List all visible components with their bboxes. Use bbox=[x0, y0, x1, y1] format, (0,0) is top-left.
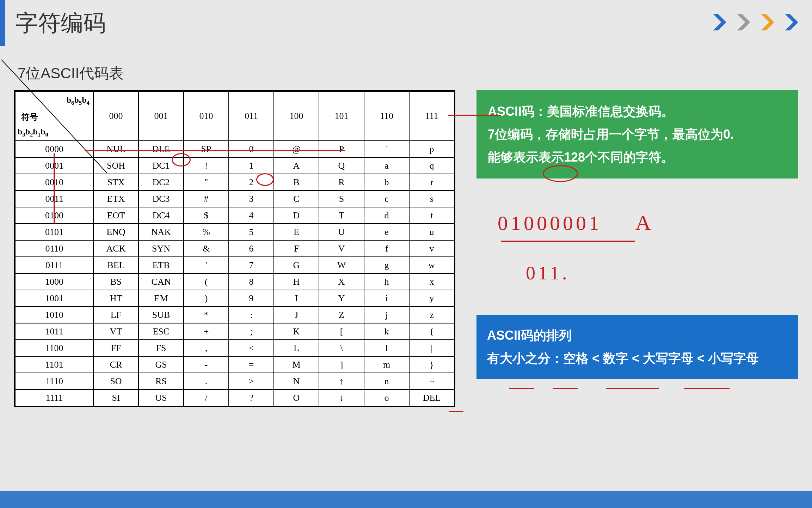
table-cell: u bbox=[409, 224, 454, 240]
table-row: 0111BELETB'7GWgw bbox=[15, 257, 454, 273]
chevron-group bbox=[710, 12, 801, 32]
handwritten-bits: 01000001 bbox=[498, 212, 602, 235]
table-cell: [ bbox=[319, 323, 364, 340]
annotation-underline bbox=[449, 411, 463, 412]
table-cell: o bbox=[364, 389, 409, 406]
table-row: 0101ENQNAK%5EUeu bbox=[15, 224, 454, 240]
table-cell: j bbox=[364, 307, 409, 323]
table-cell: d bbox=[364, 207, 409, 224]
table-cell: - bbox=[184, 356, 229, 373]
table-cell: q bbox=[409, 157, 454, 174]
table-cell: L bbox=[274, 340, 319, 356]
table-cell: " bbox=[184, 174, 229, 190]
table-cell: BS bbox=[93, 273, 139, 290]
corner-bot-label: b3b2b1b0 bbox=[18, 127, 48, 138]
table-cell: FF bbox=[93, 340, 139, 356]
col-header: 100 bbox=[274, 91, 319, 141]
table-cell: 9 bbox=[229, 290, 274, 307]
table-cell: H bbox=[274, 273, 319, 290]
handwritten-char: A bbox=[635, 203, 651, 243]
ascii-table-container: b6b5b4 符号 b3b2b1b0 000 001 010 011 100 1… bbox=[14, 90, 455, 407]
table-cell: a bbox=[364, 157, 409, 174]
table-row: 1111SIUS/?O↓oDEL bbox=[15, 389, 454, 406]
table-cell: NUL bbox=[93, 141, 139, 157]
table-cell: c bbox=[364, 190, 409, 207]
ascii-table: b6b5b4 符号 b3b2b1b0 000 001 010 011 100 1… bbox=[15, 91, 455, 406]
table-cell: N bbox=[274, 373, 319, 389]
corner-mid-label: 符号 bbox=[21, 111, 38, 123]
table-cell: NAK bbox=[139, 224, 184, 240]
table-cell: Y bbox=[319, 290, 364, 307]
table-cell: GS bbox=[139, 356, 184, 373]
table-cell: n bbox=[364, 373, 409, 389]
table-cell: ESC bbox=[139, 323, 184, 340]
table-cell: LF bbox=[93, 307, 139, 323]
table-row: 1110SORS.>N↑n~ bbox=[15, 373, 454, 389]
row-header: 1000 bbox=[15, 273, 93, 290]
table-cell: ! bbox=[184, 157, 229, 174]
table-cell: SUB bbox=[139, 307, 184, 323]
table-cell: r bbox=[409, 174, 454, 190]
table-cell: ETX bbox=[93, 190, 139, 207]
table-cell: DC4 bbox=[139, 207, 184, 224]
page-title: 字符编码 bbox=[16, 8, 106, 38]
row-header: 1010 bbox=[15, 307, 93, 323]
table-cell: t bbox=[409, 207, 454, 224]
table-cell: ; bbox=[229, 323, 274, 340]
table-cell: US bbox=[139, 389, 184, 406]
table-cell: 7 bbox=[229, 257, 274, 273]
table-row: 0001SOHDC1!1AQaq bbox=[15, 157, 454, 174]
table-cell: ~ bbox=[409, 373, 454, 389]
table-cell: EOT bbox=[93, 207, 139, 224]
table-cell: DEL bbox=[409, 389, 454, 406]
table-row: 0010STXDC2"2BRbr bbox=[15, 174, 454, 190]
table-cell: 1 bbox=[229, 157, 274, 174]
table-row: 1100FFFS,<L\l| bbox=[15, 340, 454, 356]
table-cell: DC1 bbox=[139, 157, 184, 174]
table-cell: + bbox=[184, 323, 229, 340]
table-cell: s bbox=[409, 190, 454, 207]
table-cell: w bbox=[409, 257, 454, 273]
chevron-icon bbox=[710, 12, 730, 32]
table-cell: p bbox=[409, 141, 454, 157]
table-row: 1101CRGS-=M]m} bbox=[15, 356, 454, 373]
table-cell: & bbox=[184, 240, 229, 257]
handwritten-notes: 01000001 A 011. bbox=[476, 189, 798, 304]
table-cell: g bbox=[364, 257, 409, 273]
table-cell: : bbox=[229, 307, 274, 323]
footer-bar bbox=[0, 491, 812, 508]
table-cell: ENQ bbox=[93, 224, 139, 240]
content-area: b6b5b4 符号 b3b2b1b0 000 001 010 011 100 1… bbox=[0, 90, 812, 407]
table-cell: e bbox=[364, 224, 409, 240]
table-row: 0011ETXDC3#3CScs bbox=[15, 190, 454, 207]
table-cell: ACK bbox=[93, 240, 139, 257]
table-cell: K bbox=[274, 323, 319, 340]
table-cell: ? bbox=[229, 389, 274, 406]
table-cell: G bbox=[274, 257, 319, 273]
table-cell: / bbox=[184, 389, 229, 406]
row-header: 0001 bbox=[15, 157, 93, 174]
table-cell: DC2 bbox=[139, 174, 184, 190]
table-cell: $ bbox=[184, 207, 229, 224]
chevron-icon bbox=[758, 12, 777, 32]
col-header: 110 bbox=[364, 91, 409, 141]
table-cell: A bbox=[274, 157, 319, 174]
table-row: 1011VTESC+;K[k{ bbox=[15, 323, 454, 340]
table-cell: 6 bbox=[229, 240, 274, 257]
col-header: 010 bbox=[184, 91, 229, 141]
table-cell: i bbox=[364, 290, 409, 307]
row-header: 0111 bbox=[15, 257, 93, 273]
table-row: 1001HTEM)9IYiy bbox=[15, 290, 454, 307]
table-cell: VT bbox=[93, 323, 139, 340]
handwritten-partial: 011. bbox=[526, 256, 777, 290]
table-cell: B bbox=[274, 174, 319, 190]
table-cell: x bbox=[409, 273, 454, 290]
row-header: 0101 bbox=[15, 224, 93, 240]
table-row: 0000NULDLESP0@P`p bbox=[15, 141, 454, 157]
table-cell: h bbox=[364, 273, 409, 290]
corner-cell: b6b5b4 符号 b3b2b1b0 bbox=[15, 91, 93, 141]
blue-title: ASCII码的排列 bbox=[487, 324, 787, 347]
table-cell: Q bbox=[319, 157, 364, 174]
table-header-row: b6b5b4 符号 b3b2b1b0 000 001 010 011 100 1… bbox=[15, 91, 454, 141]
table-cell: EM bbox=[139, 290, 184, 307]
